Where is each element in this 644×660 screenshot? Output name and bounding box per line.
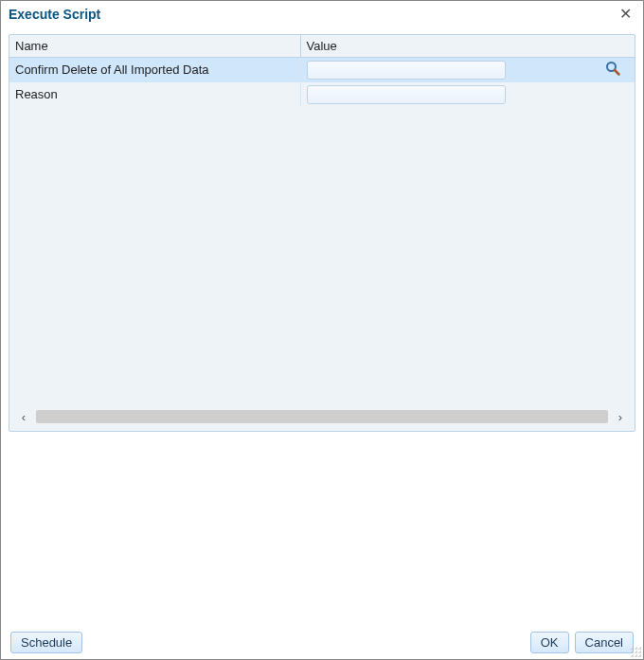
- table-row[interactable]: Confirm Delete of All Imported Data: [9, 58, 635, 82]
- row-name: Reason: [9, 82, 300, 107]
- column-header-value[interactable]: Value: [300, 35, 635, 58]
- dialog-title: Execute Script: [9, 7, 100, 22]
- magnifier-icon[interactable]: [604, 60, 621, 77]
- column-header-name[interactable]: Name: [9, 35, 300, 58]
- horizontal-scrollbar[interactable]: ‹ ›: [15, 408, 629, 425]
- cancel-button[interactable]: Cancel: [575, 632, 634, 653]
- ok-button[interactable]: OK: [530, 632, 569, 653]
- scroll-track[interactable]: [36, 410, 608, 423]
- close-icon[interactable]: ✕: [616, 5, 635, 23]
- row-value-input[interactable]: [307, 61, 506, 80]
- row-value-input[interactable]: [307, 85, 506, 104]
- svg-line-1: [615, 70, 619, 75]
- table-row[interactable]: Reason: [9, 82, 635, 107]
- schedule-button[interactable]: Schedule: [10, 632, 82, 653]
- resize-grip-icon[interactable]: [630, 646, 641, 657]
- row-name: Confirm Delete of All Imported Data: [9, 58, 300, 82]
- scroll-right-icon[interactable]: ›: [612, 408, 629, 425]
- parameters-table: Name Value Confirm Delete of All Importe…: [9, 35, 635, 107]
- scroll-left-icon[interactable]: ‹: [15, 408, 32, 425]
